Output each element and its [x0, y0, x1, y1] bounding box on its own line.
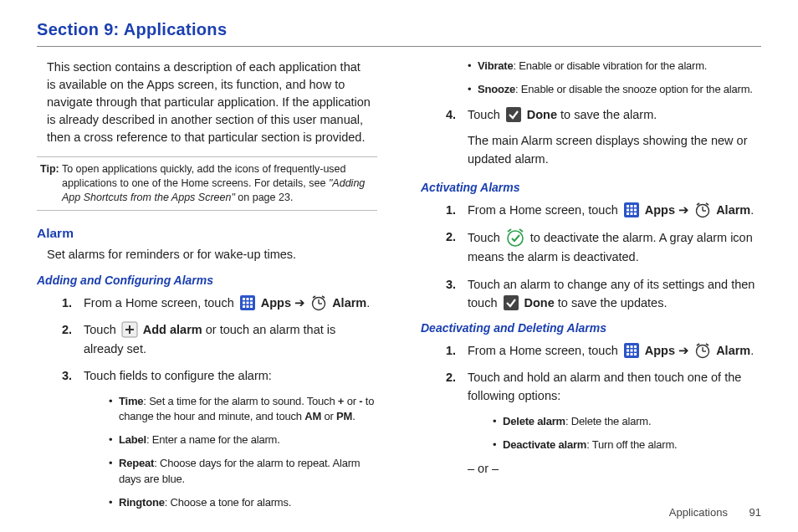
svg-rect-1	[243, 298, 245, 300]
act-2-text-a: Touch	[468, 231, 504, 244]
step-1-text-a: From a Home screen, touch	[84, 296, 238, 309]
svg-rect-41	[634, 345, 637, 348]
tip-label: Tip:	[40, 163, 59, 175]
deactivating-steps: 1. From a Home screen, touch Apps ➔ Alar…	[446, 341, 761, 453]
apps-label: Apps	[645, 203, 678, 217]
tip-text-2: on page 23.	[235, 192, 294, 203]
alarm-clock-icon	[694, 342, 711, 359]
bullet-repeat: Repeat: Choose days for the alarm to rep…	[109, 456, 377, 488]
step-3-text: Touch fields to configure the alarm:	[84, 369, 272, 382]
adding-steps: 1. From a Home screen, touch Apps ➔ Alar…	[62, 294, 377, 511]
tip-box: Tip: To open applications quickly, add t…	[37, 156, 377, 211]
step-4-text-b: to save the alarm.	[560, 108, 657, 121]
svg-point-34	[508, 231, 523, 246]
svg-rect-46	[630, 353, 632, 356]
time-end: .	[352, 410, 355, 422]
arrow-text: ➔	[678, 344, 693, 357]
add-alarm-label: Add alarm	[143, 323, 202, 336]
arrow-text: ➔	[294, 296, 309, 309]
time-label: Time	[119, 395, 143, 407]
alarm-heading: Alarm	[37, 226, 377, 241]
two-column-layout: This section contains a description of e…	[37, 59, 761, 519]
svg-rect-43	[630, 349, 632, 351]
config-bullets: Time: Set a time for the alarm to sound.…	[109, 394, 377, 511]
alarm-active-icon	[505, 228, 525, 248]
svg-rect-18	[506, 107, 521, 122]
svg-rect-26	[627, 212, 629, 215]
svg-rect-5	[246, 301, 248, 304]
ringtone-label: Ringtone	[119, 496, 165, 509]
step-2-text-a: Touch	[84, 323, 120, 336]
bullet-ringtone: Ringtone: Choose a tone for alarms.	[109, 495, 377, 511]
repeat-label: Repeat	[119, 457, 154, 469]
svg-rect-24	[630, 208, 632, 211]
deactivate-alarm-text: : Turn off the alarm.	[586, 438, 677, 451]
apps-icon	[239, 294, 256, 311]
svg-rect-37	[504, 295, 519, 310]
apps-label: Apps	[645, 344, 678, 357]
act-3-text-b: to save the updates.	[558, 296, 668, 309]
deact-step-1: 1. From a Home screen, touch Apps ➔ Alar…	[446, 341, 761, 360]
act-step-3: 3. Touch an alarm to change any of its s…	[446, 275, 761, 313]
apps-label: Apps	[261, 296, 294, 309]
alarm-description: Set alarms for reminders or for wake-up …	[47, 246, 377, 263]
svg-line-33	[706, 203, 708, 205]
config-bullets-continued: Vibrate: Enable or disable vibration for…	[468, 59, 761, 98]
bullet-snooze: Snooze: Enable or disable the snooze opt…	[468, 82, 761, 98]
step-4-list: 4. Touch Done to save the alarm.	[446, 105, 761, 124]
svg-rect-23	[627, 208, 629, 211]
checkmark-icon	[503, 294, 519, 311]
deact-step-2: 2. Touch and hold an alarm and then touc…	[446, 368, 761, 453]
svg-rect-9	[250, 305, 253, 308]
vibrate-label: Vibrate	[478, 59, 513, 72]
svg-rect-20	[627, 205, 629, 207]
page-footer: Applications 91	[669, 506, 761, 519]
activating-heading: Activating Alarms	[421, 181, 761, 194]
step-4-text-a: Touch	[468, 108, 504, 121]
svg-rect-27	[630, 212, 632, 215]
alarm-label: Alarm	[716, 203, 750, 217]
apps-icon	[623, 202, 640, 218]
deact-bullets: Delete alarm: Delete the alarm. Deactiva…	[493, 414, 761, 453]
svg-line-13	[313, 296, 315, 298]
bullet-delete-alarm: Delete alarm: Delete the alarm.	[493, 414, 761, 430]
step-4-continuation: The main Alarm screen displays showing t…	[468, 132, 761, 169]
repeat-text: : Choose days for the alarm to repeat. A…	[119, 457, 360, 485]
svg-rect-25	[634, 208, 637, 211]
pm-label: PM	[336, 410, 352, 422]
title-rule	[37, 46, 761, 47]
vibrate-text: : Enable or disable vibration for the al…	[513, 59, 707, 72]
svg-line-14	[322, 296, 325, 298]
alarm-clock-icon	[694, 202, 711, 218]
svg-line-36	[519, 229, 523, 232]
checkmark-icon	[505, 106, 522, 123]
activating-steps: 1. From a Home screen, touch Apps ➔ Alar…	[446, 201, 761, 313]
svg-rect-2	[246, 298, 248, 300]
time-or: or	[344, 395, 359, 407]
snooze-text: : Enable or disable the snooze option fo…	[515, 83, 753, 95]
svg-line-32	[697, 203, 699, 205]
deactivating-heading: Deactivating and Deleting Alarms	[421, 321, 761, 335]
step-4: 4. Touch Done to save the alarm.	[446, 105, 761, 124]
or-divider: – or –	[468, 462, 761, 475]
svg-rect-28	[634, 212, 637, 215]
svg-rect-42	[627, 349, 629, 351]
plus-icon	[121, 321, 138, 338]
svg-rect-39	[627, 345, 629, 348]
svg-rect-8	[246, 305, 248, 308]
column-right: Vibrate: Enable or disable vibration for…	[421, 59, 761, 519]
delete-alarm-label: Delete alarm	[503, 415, 565, 427]
deact-2-text: Touch and hold an alarm and then touch o…	[468, 371, 741, 402]
bullet-label: Label: Enter a name for the alarm.	[109, 432, 377, 448]
label-text: : Enter a name for the alarm.	[146, 433, 280, 446]
svg-rect-7	[243, 305, 245, 308]
am-label: AM	[304, 410, 321, 422]
bullet-vibrate: Vibrate: Enable or disable vibration for…	[468, 59, 761, 74]
step-1: 1. From a Home screen, touch Apps ➔ Alar…	[62, 294, 377, 312]
step-2: 2. Touch Add alarm or touch an alarm tha…	[62, 320, 377, 358]
deactivate-alarm-label: Deactivate alarm	[503, 438, 586, 451]
step-3: 3. Touch fields to configure the alarm: …	[62, 366, 377, 511]
svg-rect-40	[630, 345, 632, 348]
svg-rect-22	[634, 205, 637, 207]
alarm-clock-icon	[310, 294, 327, 311]
